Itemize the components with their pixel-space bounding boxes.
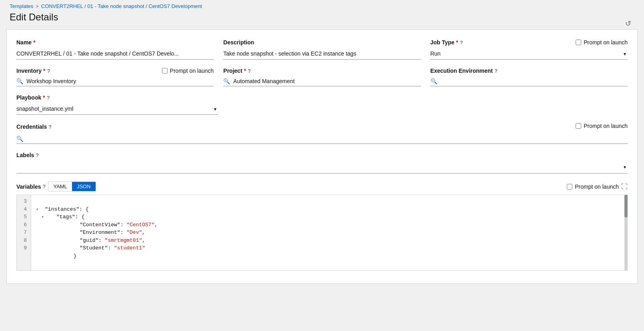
variables-scrollbar-thumb <box>624 195 628 217</box>
credentials-label: Credentials ? <box>16 124 52 130</box>
variables-expand-icon[interactable]: ⛶ <box>621 183 628 190</box>
project-search-icon: 🔍 <box>223 78 230 84</box>
exec-env-search-wrapper: 🔍 <box>430 76 628 86</box>
playbook-select-wrapper: snapshot_instance.yml ▾ <box>16 103 218 115</box>
variables-label: Variables ? <box>16 183 46 190</box>
job-type-select[interactable]: Run Check <box>430 48 628 60</box>
line-numbers: 3 4 5 6 7 8 9 <box>17 195 31 270</box>
inventory-search-wrapper: 🔍 <box>16 76 214 86</box>
exec-env-help-icon[interactable]: ? <box>494 68 498 74</box>
job-type-select-wrapper: Run Check ▾ <box>430 48 628 60</box>
playbook-select[interactable]: snapshot_instance.yml <box>16 103 218 115</box>
credentials-header: Credentials ? Prompt on launch <box>16 123 628 131</box>
inventory-help-icon[interactable]: ? <box>47 68 50 74</box>
fold-arrow-3[interactable]: ▾ <box>36 207 39 212</box>
inventory-required: * <box>43 68 45 74</box>
fold-placeholder-8 <box>36 245 61 251</box>
credentials-help-icon[interactable]: ? <box>48 124 52 130</box>
variables-prompt-group: Prompt on launch ⛶ <box>567 183 628 190</box>
description-label: Description <box>223 39 420 46</box>
exec-env-group: Execution Environment ? 🔍 <box>430 68 628 86</box>
line-9: 9 <box>21 244 27 252</box>
line-3: 3 <box>21 197 27 205</box>
project-help-icon[interactable]: ? <box>248 68 251 74</box>
credentials-prompt-label[interactable]: Prompt on launch <box>584 123 628 129</box>
job-type-prompt-checkbox[interactable] <box>576 40 581 45</box>
project-group: Project * ? 🔍 <box>223 68 420 86</box>
job-type-help-icon[interactable]: ? <box>460 40 463 46</box>
playbook-group: Playbook * ? snapshot_instance.yml ▾ <box>16 94 218 115</box>
playbook-help-icon[interactable]: ? <box>47 95 50 101</box>
yaml-toggle-button[interactable]: YAML <box>48 182 72 191</box>
variables-help-icon[interactable]: ? <box>43 183 46 189</box>
fold-placeholder-5 <box>36 222 61 228</box>
line-8: 8 <box>21 237 27 245</box>
breadcrumb-separator: > <box>36 3 39 9</box>
variables-toggle-group: YAML JSON <box>48 181 96 191</box>
variables-section: Variables ? YAML JSON Prompt on launch ⛶ <box>16 181 628 271</box>
labels-select[interactable] <box>16 161 628 173</box>
playbook-label: Playbook * ? <box>16 94 218 101</box>
name-group: Name * <box>16 39 214 60</box>
form-row-3: Playbook * ? snapshot_instance.yml ▾ <box>16 94 628 115</box>
line-4: 4 <box>21 205 27 213</box>
code-editor-inner: 3 4 5 6 7 8 9 ▾ "instances": { ▾ "tags":… <box>17 195 627 270</box>
credentials-prompt-checkbox[interactable] <box>576 123 581 129</box>
fold-placeholder-7 <box>36 237 61 243</box>
credentials-search-wrapper: 🔍 <box>16 134 628 144</box>
breadcrumb-path-link[interactable]: CONVERT2RHEL / 01 - Take node snapshot /… <box>41 3 202 9</box>
project-label: Project * ? <box>223 68 420 74</box>
job-type-group: Prompt on launch Job Type * ? Run Check … <box>430 39 628 60</box>
inventory-prompt-area: Prompt on launch <box>162 68 214 74</box>
breadcrumb: Templates > CONVERT2RHEL / 01 - Take nod… <box>0 0 644 11</box>
description-input[interactable] <box>223 48 420 60</box>
form-row-2: Prompt on launch Inventory * ? 🔍 Project… <box>16 68 628 86</box>
credentials-search-icon: 🔍 <box>16 136 23 142</box>
job-type-required: * <box>456 39 458 46</box>
name-required: * <box>33 39 35 46</box>
inventory-search-input[interactable] <box>26 78 214 84</box>
job-type-prompt-label[interactable]: Prompt on launch <box>584 39 628 46</box>
form-row-1: Name * Description Prompt on launch Job … <box>16 39 628 60</box>
variables-label-group: Variables ? YAML JSON <box>16 181 96 191</box>
fold-placeholder-9 <box>36 253 61 259</box>
exec-env-label: Execution Environment ? <box>430 68 628 74</box>
json-toggle-button[interactable]: JSON <box>72 182 96 191</box>
variables-prompt-checkbox[interactable] <box>567 184 572 189</box>
line-6: 6 <box>21 221 27 229</box>
edit-details-form: Name * Description Prompt on launch Job … <box>6 29 638 284</box>
exec-env-search-input[interactable] <box>440 78 628 84</box>
description-group: Description <box>223 39 420 60</box>
job-type-prompt-area: Prompt on launch <box>576 39 628 46</box>
variables-header: Variables ? YAML JSON Prompt on launch ⛶ <box>16 181 628 191</box>
exec-env-search-icon: 🔍 <box>430 78 437 84</box>
inventory-group: Prompt on launch Inventory * ? 🔍 <box>16 68 214 86</box>
credentials-section: Credentials ? Prompt on launch 🔍 <box>16 123 628 144</box>
labels-label: Labels ? <box>16 152 628 158</box>
line-7: 7 <box>21 229 27 237</box>
code-content: ▾ "instances": { ▾ "tags": { "ContentVie… <box>31 195 627 270</box>
name-input[interactable] <box>16 48 214 60</box>
line-5: 5 <box>21 213 27 221</box>
labels-select-wrapper: ▾ <box>16 161 628 173</box>
inventory-prompt-label[interactable]: Prompt on launch <box>170 68 214 74</box>
variables-scrollbar[interactable] <box>624 195 628 271</box>
page-title: Edit Details <box>0 11 644 29</box>
labels-help-icon[interactable]: ? <box>36 152 39 158</box>
inventory-search-icon: 🔍 <box>16 78 23 84</box>
variables-code-editor[interactable]: 3 4 5 6 7 8 9 ▾ "instances": { ▾ "tags":… <box>16 195 628 271</box>
project-search-wrapper: 🔍 <box>223 76 420 86</box>
variables-prompt-label[interactable]: Prompt on launch <box>575 183 619 190</box>
credentials-prompt-area: Prompt on launch <box>576 123 628 129</box>
labels-section: Labels ? ▾ <box>16 152 628 173</box>
fold-placeholder-6 <box>36 229 61 235</box>
inventory-prompt-checkbox[interactable] <box>162 68 168 74</box>
variables-scroll-container: 3 4 5 6 7 8 9 ▾ "instances": { ▾ "tags":… <box>16 195 628 271</box>
breadcrumb-templates-link[interactable]: Templates <box>10 3 33 9</box>
fold-arrow-4[interactable]: ▾ <box>36 215 44 219</box>
credentials-search-input[interactable] <box>26 136 628 142</box>
name-label: Name * <box>16 39 214 46</box>
project-required: * <box>244 68 246 74</box>
project-search-input[interactable] <box>233 78 420 84</box>
history-button[interactable]: ↺ <box>625 19 631 28</box>
